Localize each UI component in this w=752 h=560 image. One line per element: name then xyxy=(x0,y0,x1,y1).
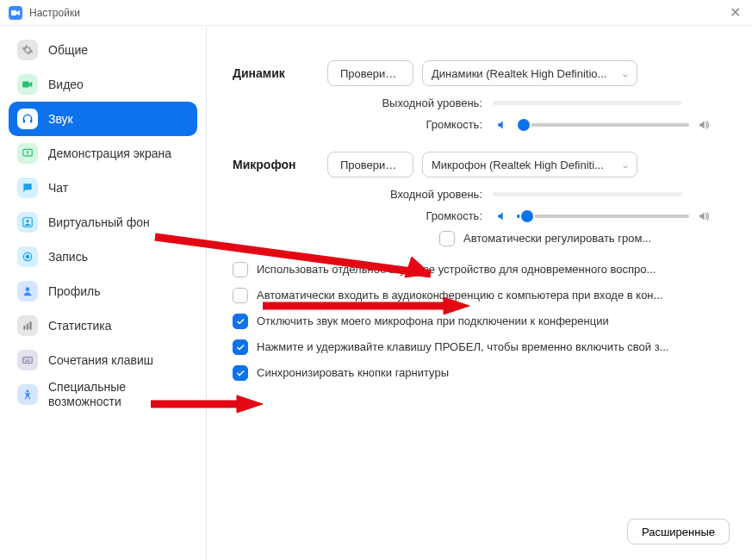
input-level-meter xyxy=(493,192,682,196)
speaker-device-select[interactable]: Динамики (Realtek High Definitio... ⌵ xyxy=(422,60,637,86)
mic-label: Микрофон xyxy=(233,158,327,171)
test-mic-button[interactable]: Проверить ... xyxy=(327,152,413,177)
speaker-label: Динамик xyxy=(233,66,327,80)
sidebar-item-chat[interactable]: Чат xyxy=(9,171,197,205)
svg-point-18 xyxy=(27,389,29,392)
audio-options-list: Использовать отдельное звуковое устройст… xyxy=(233,262,726,381)
auto-adjust-mic-checkbox[interactable] xyxy=(439,231,455,246)
output-level-label: Выходной уровень: xyxy=(327,96,482,109)
sync-headset-checkbox[interactable] xyxy=(233,365,248,381)
mic-device-select[interactable]: Микрофон (Realtek High Definiti... ⌵ xyxy=(422,152,637,177)
option-label: Использовать отдельное звуковое устройст… xyxy=(257,262,726,277)
mic-volume-slider[interactable] xyxy=(517,215,689,218)
sidebar-item-stats[interactable]: Статистика xyxy=(9,308,197,343)
input-level-label: Входной уровень: xyxy=(327,188,482,201)
separate-device-checkbox[interactable] xyxy=(233,262,248,277)
speaker-device-value: Динамики (Realtek High Definitio... xyxy=(432,67,606,80)
video-icon xyxy=(17,74,38,95)
sidebar-item-share[interactable]: Демонстрация экрана xyxy=(9,136,197,171)
accessibility-icon xyxy=(17,384,38,405)
push-to-talk-checkbox[interactable] xyxy=(233,339,248,355)
mic-device-value: Микрофон (Realtek High Definiti... xyxy=(432,159,604,171)
sidebar: Общие Видео Звук Демонстрация экрана Чат… xyxy=(0,26,207,560)
zoom-app-icon xyxy=(9,6,22,20)
chevron-down-icon: ⌵ xyxy=(623,69,628,78)
svg-rect-14 xyxy=(25,358,26,359)
speaker-volume-slider[interactable] xyxy=(517,123,689,127)
svg-rect-1 xyxy=(22,82,29,88)
sidebar-item-label: Статистика xyxy=(48,319,112,333)
svg-point-8 xyxy=(26,255,30,259)
mic-volume-label: Громкость: xyxy=(327,209,482,222)
sidebar-item-label: Сочетания клавиш xyxy=(48,353,153,368)
svg-rect-17 xyxy=(25,361,30,362)
svg-rect-11 xyxy=(27,324,28,330)
sidebar-item-general[interactable]: Общие xyxy=(9,33,197,67)
svg-point-6 xyxy=(26,220,29,223)
window-title: Настройки xyxy=(29,7,80,19)
svg-rect-3 xyxy=(30,120,32,123)
sidebar-item-video[interactable]: Видео xyxy=(9,67,197,102)
svg-rect-15 xyxy=(27,358,28,359)
main-panel: Динамик Проверить ... Динамики (Realtek … xyxy=(207,26,752,560)
sidebar-item-virtual-bg[interactable]: Виртуальный фон xyxy=(9,205,197,240)
volume-low-icon xyxy=(496,119,508,131)
sidebar-item-label: Видео xyxy=(48,78,84,92)
sidebar-item-label: Чат xyxy=(48,181,68,196)
svg-rect-10 xyxy=(23,326,25,330)
sidebar-item-label: Специальные возможности xyxy=(48,380,189,409)
gear-icon xyxy=(17,40,38,60)
headphones-icon xyxy=(17,109,38,129)
sidebar-item-label: Профиль xyxy=(48,284,100,299)
option-label: Синхронизировать кнопки гарнитуры xyxy=(257,365,726,381)
virtual-bg-icon xyxy=(17,212,38,233)
sidebar-item-label: Звук xyxy=(48,112,73,127)
svg-marker-24 xyxy=(237,395,263,413)
svg-rect-12 xyxy=(29,321,31,329)
sidebar-item-recording[interactable]: Запись xyxy=(9,240,197,274)
test-speaker-button[interactable]: Проверить ... xyxy=(327,60,413,86)
sidebar-item-accessibility[interactable]: Специальные возможности xyxy=(9,377,197,412)
svg-rect-2 xyxy=(23,120,25,123)
stats-icon xyxy=(17,315,38,336)
sidebar-item-audio[interactable]: Звук xyxy=(9,102,197,136)
sidebar-item-label: Виртуальный фон xyxy=(48,215,150,230)
option-label: Отключить звук моего микрофона при подкл… xyxy=(257,314,726,329)
sidebar-item-shortcuts[interactable]: Сочетания клавиш xyxy=(9,343,197,377)
output-level-meter xyxy=(493,101,682,105)
svg-rect-0 xyxy=(11,10,16,16)
speaker-volume-label: Громкость: xyxy=(327,118,482,131)
keyboard-icon xyxy=(17,350,38,370)
svg-point-9 xyxy=(26,287,30,291)
advanced-button[interactable]: Расширенные xyxy=(627,519,730,544)
volume-high-icon xyxy=(698,119,710,131)
share-screen-icon xyxy=(17,143,38,164)
svg-rect-13 xyxy=(23,358,33,364)
sidebar-item-profile[interactable]: Профиль xyxy=(9,274,197,308)
volume-low-icon xyxy=(496,210,508,222)
chat-icon xyxy=(17,177,38,198)
sidebar-item-label: Общие xyxy=(48,43,88,58)
profile-icon xyxy=(17,281,38,302)
svg-rect-16 xyxy=(28,358,29,359)
auto-adjust-mic-label: Автоматически регулировать гром... xyxy=(463,231,726,246)
sidebar-item-label: Демонстрация экрана xyxy=(48,146,171,161)
volume-high-icon xyxy=(698,210,710,222)
option-label: Нажмите и удерживайте клавишу ПРОБЕЛ, чт… xyxy=(257,339,726,355)
titlebar: Настройки ✕ xyxy=(0,0,752,26)
record-icon xyxy=(17,246,38,267)
option-label: Автоматически входить в аудиоконференцию… xyxy=(257,288,726,303)
close-icon[interactable]: ✕ xyxy=(726,4,743,22)
chevron-down-icon: ⌵ xyxy=(623,160,628,170)
sidebar-item-label: Запись xyxy=(48,250,88,264)
mute-on-join-checkbox[interactable] xyxy=(233,314,248,329)
auto-join-audio-checkbox[interactable] xyxy=(233,288,248,303)
